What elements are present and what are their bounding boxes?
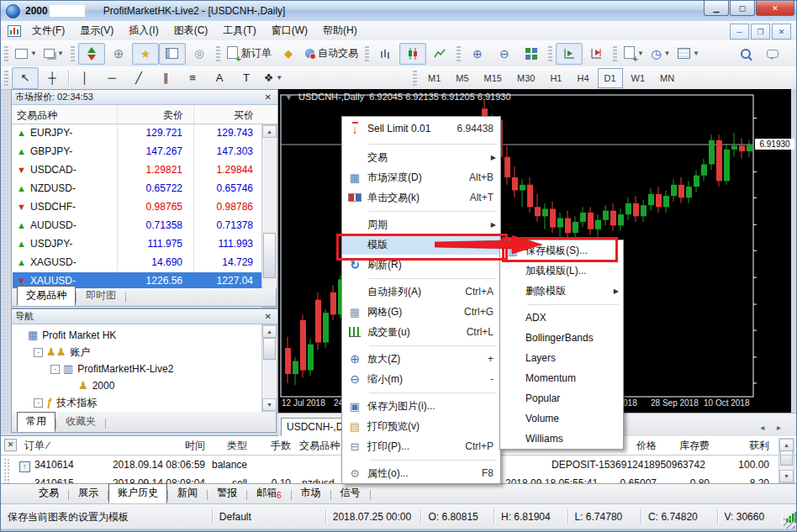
market-watch-row[interactable]: ▲AUDUSD-0.713580.71378: [13, 217, 268, 235]
zoom-in-button[interactable]: ⊕: [464, 43, 491, 65]
horizontal-line-tool-button[interactable]: ─: [98, 67, 125, 89]
new-chart-button[interactable]: +▼: [12, 43, 40, 65]
toolbar-grip[interactable]: [4, 71, 8, 86]
context-menu-item[interactable]: ↻刷新(R): [342, 255, 500, 275]
mdi-restore-button[interactable]: ❐: [751, 24, 770, 40]
menu-i[interactable]: 插入(I): [121, 21, 166, 40]
menu-v[interactable]: 显示(V): [72, 21, 121, 40]
timeframe-m1-button[interactable]: M1: [421, 68, 447, 88]
maximize-button[interactable]: ▢: [730, 1, 755, 16]
template-submenu-item[interactable]: BollingerBands: [500, 328, 623, 348]
context-menu-item[interactable]: 交易▶: [342, 147, 500, 167]
search-button[interactable]: [732, 43, 759, 65]
periods-list-button[interactable]: ◷▼: [647, 43, 674, 65]
context-menu-item[interactable]: ▦网格(G)Ctrl+G: [342, 302, 500, 322]
col-symbol[interactable]: 交易品种: [17, 108, 57, 123]
candlestick-mode-button[interactable]: [399, 43, 426, 65]
vertical-line-tool-button[interactable]: │: [71, 67, 98, 89]
menu-w[interactable]: 窗口(W): [264, 21, 315, 40]
terminal-tab[interactable]: 信号: [331, 483, 370, 503]
col-ask[interactable]: 买价: [234, 108, 254, 123]
terminal-tab[interactable]: 交易: [29, 483, 68, 503]
context-menu-item[interactable]: ▣保存为图片(i)...: [342, 396, 500, 416]
terminal-column-header[interactable]: 时间: [185, 439, 205, 453]
terminal-close-icon[interactable]: ✕: [4, 439, 17, 451]
context-menu-item[interactable]: 自动排列(A)Ctrl+A: [342, 282, 500, 302]
terminal-tab[interactable]: 新闻: [168, 483, 207, 503]
context-menu-item[interactable]: ▦市场深度(D)Alt+B: [342, 167, 500, 187]
col-bid[interactable]: 卖价: [163, 108, 183, 123]
tile-windows-button[interactable]: [518, 43, 545, 65]
terminal-tab[interactable]: 邮箱6: [247, 483, 291, 503]
terminal-column-header[interactable]: 类型: [227, 439, 247, 453]
context-menu-item[interactable]: 周期▶: [342, 214, 500, 234]
market-watch-row[interactable]: ▼USDCAD-1.298211.29844: [13, 161, 268, 180]
template-submenu-item[interactable]: 删除模版▶: [500, 281, 623, 301]
market-watch-toggle-button[interactable]: [78, 43, 105, 65]
navigator-tab[interactable]: 收藏夹: [56, 412, 105, 432]
navigator-toggle-button[interactable]: ★: [132, 43, 159, 65]
template-submenu-item[interactable]: Momentum: [500, 368, 623, 388]
community-button[interactable]: [759, 43, 786, 65]
channel-tool-button[interactable]: ∥: [152, 67, 179, 89]
terminal-column-header[interactable]: 手数: [271, 439, 291, 453]
menu-t[interactable]: 工具(T): [215, 21, 263, 40]
terminal-column-header[interactable]: 交易品种: [299, 439, 340, 453]
template-submenu-item[interactable]: Popular: [500, 388, 623, 408]
terminal-column-header[interactable]: 库存费: [679, 439, 710, 453]
line-chart-mode-button[interactable]: [426, 43, 453, 65]
tab-scroll-arrows[interactable]: ◂ ▸: [760, 423, 786, 432]
minimize-button[interactable]: ▁: [704, 1, 729, 16]
status-profile[interactable]: Default: [213, 509, 326, 524]
mdi-close-button[interactable]: ✕: [772, 24, 791, 40]
market-watch-tab[interactable]: 交易品种: [17, 286, 76, 306]
market-watch-row[interactable]: ▲XAGUSD-14.69014.729: [13, 254, 268, 272]
market-watch-row[interactable]: ▲NZDUSD-0.657220.65746: [13, 180, 268, 198]
context-menu-item[interactable]: ⊕放大(Z)+: [342, 349, 500, 369]
context-menu-item[interactable]: ▤打印预览(v): [342, 416, 500, 436]
context-menu-item[interactable]: ⊟打印(P)...Ctrl+P: [342, 436, 500, 456]
template-submenu-item[interactable]: ADX: [500, 308, 623, 328]
template-submenu-item[interactable]: Williams: [500, 429, 623, 449]
fibonacci-tool-button[interactable]: ≡: [179, 67, 206, 89]
terminal-tab[interactable]: 市场: [292, 483, 330, 503]
bar-chart-mode-button[interactable]: [372, 43, 399, 65]
toolbar-grip[interactable]: [4, 46, 8, 61]
menu-h[interactable]: 帮助(H): [315, 21, 365, 40]
terminal-scrollbar[interactable]: ▲▼: [779, 438, 794, 483]
navigator-tab[interactable]: 常用: [17, 412, 55, 432]
navigator-grip[interactable]: [1, 308, 11, 433]
strategy-tester-button[interactable]: ◎: [186, 43, 213, 65]
menu-c[interactable]: 图表(C): [166, 21, 216, 40]
market-watch-grip[interactable]: [1, 89, 11, 307]
tree-node[interactable]: -▥ProfitMarketHK-Live2: [50, 361, 173, 377]
timeframe-m15-button[interactable]: M15: [478, 68, 509, 88]
tree-expander[interactable]: -: [34, 398, 43, 408]
cursor-tool-button[interactable]: ↖: [12, 67, 39, 89]
arrows-tool-button[interactable]: ❖▼: [260, 67, 287, 89]
context-menu-item[interactable]: ⚙属性(o)...F8: [342, 463, 500, 483]
terminal-column-header[interactable]: 获利: [749, 439, 769, 453]
context-menu-item[interactable]: ↓Sell Limit 0.016.94438: [342, 117, 500, 140]
tree-node[interactable]: -ƒ技术指标: [34, 394, 97, 411]
market-watch-scrollbar[interactable]: ▲▼: [261, 124, 277, 308]
market-watch-row[interactable]: ▼USDCHF-0.987650.98786: [13, 198, 268, 217]
profiles-button[interactable]: ▼: [40, 43, 67, 65]
market-watch-tab[interactable]: 即时图: [77, 286, 125, 306]
terminal-column-header[interactable]: 订单 ∕: [24, 439, 49, 453]
templates-list-button[interactable]: ▼: [674, 43, 703, 65]
terminal-column-header[interactable]: 价格: [636, 439, 657, 453]
auto-scroll-button[interactable]: [556, 43, 583, 65]
timeframe-w1-button[interactable]: W1: [625, 68, 652, 88]
market-watch-row[interactable]: ▲USDJPY-111.975111.993: [13, 235, 268, 254]
timeframe-m30-button[interactable]: M30: [510, 68, 541, 88]
navigator-scrollbar[interactable]: ▲▼: [261, 324, 277, 412]
timeframe-mn-button[interactable]: MN: [653, 68, 681, 88]
template-submenu-item[interactable]: Layers: [500, 348, 623, 368]
terminal-tab[interactable]: 账户历史: [108, 483, 167, 503]
autotrading-button[interactable]: 自动交易: [302, 43, 362, 65]
timeframe-m5-button[interactable]: M5: [449, 68, 475, 88]
market-watch-row[interactable]: ▲EURJPY-129.721129.743: [13, 124, 268, 143]
timeframe-d1-button[interactable]: D1: [598, 68, 623, 88]
metaeditor-button[interactable]: ◆: [275, 43, 302, 65]
